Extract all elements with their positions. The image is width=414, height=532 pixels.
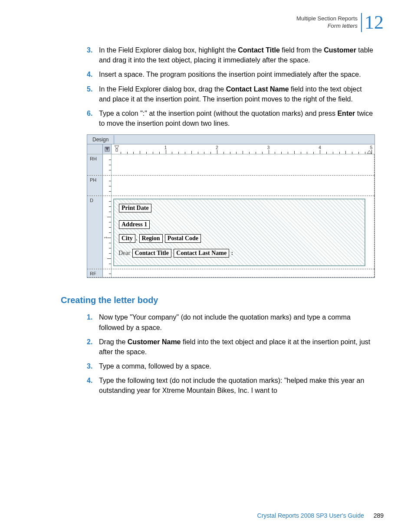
step-text: In the Field Explorer dialog box, highli… bbox=[99, 45, 375, 65]
section-heading: Creating the letter body bbox=[61, 295, 384, 305]
vertical-ruler bbox=[103, 176, 112, 196]
section-canvas-d[interactable]: Print Date Address 1 City, Region Postal… bbox=[112, 196, 375, 269]
section-label-d[interactable]: D bbox=[87, 196, 103, 269]
step-number: 2. bbox=[87, 337, 99, 357]
section-canvas-rh[interactable] bbox=[112, 154, 375, 175]
step-text: Type a comma, followed by a space. bbox=[99, 361, 375, 371]
section-title: Form letters bbox=[296, 23, 358, 30]
step-text: Type the following text (do not include … bbox=[99, 375, 375, 395]
text-colon: : bbox=[231, 250, 233, 256]
text-dear: Dear bbox=[118, 250, 130, 256]
step-number: 6. bbox=[87, 108, 99, 128]
step-number: 4. bbox=[87, 375, 99, 395]
indent-marker-icon bbox=[114, 145, 119, 152]
step-number: 3. bbox=[87, 45, 99, 65]
step-number: 4. bbox=[87, 69, 99, 79]
gutter-corner bbox=[87, 144, 103, 154]
step-number: 1. bbox=[87, 312, 99, 332]
step-text: Insert a space. The program positions th… bbox=[99, 69, 375, 79]
vertical-ruler bbox=[103, 269, 112, 277]
field-contact-last-name[interactable]: Contact Last Name bbox=[174, 249, 229, 258]
page-footer: Crystal Reports 2008 SP3 User's Guide 28… bbox=[257, 512, 384, 519]
footer-page-number: 289 bbox=[374, 512, 384, 519]
horizontal-ruler: 12345 bbox=[112, 144, 375, 154]
text-object[interactable]: Print Date Address 1 City, Region Postal… bbox=[113, 199, 365, 266]
section-canvas-ph[interactable] bbox=[112, 176, 375, 196]
vertical-ruler bbox=[103, 154, 112, 175]
field-city[interactable]: City bbox=[119, 234, 135, 243]
field-region[interactable]: Region bbox=[139, 234, 163, 243]
ruler-corner bbox=[103, 144, 112, 154]
step-number: 3. bbox=[87, 361, 99, 371]
step-number: 5. bbox=[87, 84, 99, 104]
field-postal-code[interactable]: Postal Code bbox=[165, 234, 201, 243]
field-print-date[interactable]: Print Date bbox=[119, 204, 151, 212]
step-text: In the Field Explorer dialog box, drag t… bbox=[99, 84, 375, 104]
field-contact-title[interactable]: Contact Title bbox=[132, 249, 171, 258]
section-canvas-rf[interactable] bbox=[112, 269, 375, 277]
steps-list-a: 3. In the Field Explorer dialog box, hig… bbox=[87, 45, 375, 128]
section-label-rf[interactable]: RF bbox=[87, 269, 103, 277]
step-text: Now type "Your company" (do not include … bbox=[99, 312, 375, 332]
field-address1[interactable]: Address 1 bbox=[119, 220, 150, 229]
section-label-ph[interactable]: PH bbox=[87, 176, 103, 196]
steps-list-b: 1. Now type "Your company" (do not inclu… bbox=[87, 312, 375, 395]
design-view-figure: Design 12345 RH bbox=[87, 134, 375, 278]
page-header: Multiple Section Reports Form letters 12 bbox=[30, 13, 384, 32]
svg-rect-1 bbox=[116, 149, 118, 151]
chapter-title: Multiple Section Reports bbox=[296, 15, 358, 23]
chapter-number: 12 bbox=[361, 13, 384, 32]
section-label-rh[interactable]: RH bbox=[87, 154, 103, 175]
footer-guide: Crystal Reports 2008 SP3 User's Guide bbox=[257, 512, 364, 519]
step-text: Drag the Customer Name field into the te… bbox=[99, 337, 375, 357]
step-text: Type a colon ":" at the insertion point … bbox=[99, 108, 375, 128]
design-tab[interactable]: Design bbox=[87, 135, 114, 144]
vertical-ruler: 1 bbox=[103, 196, 112, 269]
